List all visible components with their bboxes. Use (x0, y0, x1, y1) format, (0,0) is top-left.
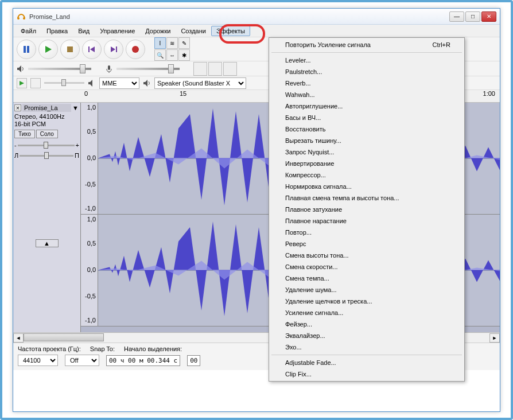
draw-tool[interactable]: ✎ (178, 37, 190, 49)
menu-effects[interactable]: Эффекты (211, 26, 250, 36)
menu-generate[interactable]: Создани (176, 26, 211, 36)
effects-menu-item[interactable]: Плавная смена темпа и высоты тона... (269, 192, 464, 204)
track-close-button[interactable]: × (14, 104, 21, 111)
output-meter[interactable] (28, 68, 91, 70)
selection-end-time[interactable]: 00 (187, 355, 200, 366)
svg-point-0 (17, 17, 20, 20)
effects-menu-item[interactable]: Плавное затухание (269, 204, 464, 215)
effects-menu-item[interactable]: Вырезать тишину... (269, 135, 464, 146)
copy-button[interactable] (208, 62, 222, 76)
menu-file[interactable]: Файл (15, 26, 41, 36)
window-controls: — □ ✕ (449, 11, 496, 22)
menubar: Файл Правка Вид Управление Дорожки Созда… (13, 25, 500, 37)
svg-marker-7 (90, 46, 95, 52)
svg-marker-14 (20, 81, 24, 85)
svg-rect-5 (67, 46, 73, 52)
effects-menu-item[interactable]: Смена темпа... (269, 273, 464, 284)
effects-repeat-item[interactable]: Повторить Усиление сигнала Ctrl+R (269, 39, 464, 50)
track-collapse-button[interactable]: ▲ (36, 239, 59, 247)
effects-menu-item[interactable]: Leveler... (269, 55, 464, 66)
skip-start-button[interactable] (82, 40, 102, 59)
play-button[interactable] (38, 40, 58, 59)
svg-marker-4 (45, 46, 52, 53)
envelope-tool[interactable]: ≋ (166, 37, 178, 49)
effects-menu-item[interactable]: Удаление шума... (269, 284, 464, 295)
effects-menu-item[interactable]: Эквалайзер... (269, 330, 464, 341)
menu-transport[interactable]: Управление (95, 26, 140, 36)
effects-menu-item[interactable]: Эхо... (269, 341, 464, 353)
scroll-left-button[interactable]: ◄ (13, 333, 24, 343)
effects-menu-item[interactable]: Удаление щелчков и треска... (269, 295, 464, 307)
effects-menu-item[interactable]: Фейзер... (269, 318, 464, 330)
play-small-button[interactable] (17, 78, 27, 88)
project-rate-select[interactable]: 44100 (18, 355, 58, 366)
stop-button[interactable] (60, 40, 80, 59)
project-rate-label: Частота проекта (Гц): (18, 345, 81, 352)
svg-rect-6 (88, 46, 90, 52)
effects-menu-item[interactable]: Компрессор... (269, 169, 464, 181)
output-device-select[interactable]: Speaker (Sound Blaster X (154, 77, 246, 89)
playback-speed-slider[interactable] (44, 82, 84, 84)
scroll-right-button[interactable]: ► (489, 333, 500, 343)
effects-menu-item[interactable]: Adjustable Fade... (269, 357, 464, 368)
wave-scale-right: 1,0 0,5 0,0 -0,5 -1,0 (81, 215, 98, 326)
menu-view[interactable]: Вид (73, 26, 95, 36)
output-device-icon (143, 79, 151, 87)
menu-tracks[interactable]: Дорожки (140, 26, 176, 36)
maximize-button[interactable]: □ (465, 11, 480, 22)
input-meter[interactable] (116, 68, 180, 70)
ruler-mark-0: 0 (84, 90, 88, 97)
effects-menu-item[interactable]: Усиление сигнала... (269, 307, 464, 318)
track-menu-arrow-icon[interactable]: ▼ (72, 104, 79, 111)
record-button[interactable] (126, 40, 145, 59)
track-format-info: Стерео, 44100Hz 16-bit PCM (14, 113, 79, 128)
svg-point-10 (132, 46, 139, 53)
menu-edit[interactable]: Правка (41, 26, 73, 36)
ruler-mark-15: 15 (180, 90, 186, 97)
output-speaker-icon (17, 65, 25, 73)
selection-start-time[interactable]: 00 ч 00 м 00.344 с (106, 355, 180, 366)
effects-menu-item[interactable]: Плавное нарастание (269, 215, 464, 227)
solo-button[interactable]: Соло (36, 130, 58, 138)
effects-menu-item[interactable]: Запрос Nyquist... (269, 146, 464, 158)
effects-menu-item[interactable]: Нормировка сигнала... (269, 181, 464, 192)
pause-button[interactable] (17, 40, 36, 59)
timeshift-tool[interactable]: ↔ (166, 49, 178, 61)
selection-tool[interactable]: I (154, 37, 166, 49)
skip-end-button[interactable] (104, 40, 123, 59)
snap-to-select[interactable]: Off (65, 355, 99, 366)
effects-menu-item[interactable]: Автоприглушение... (269, 100, 464, 112)
titlebar: Promise_Land — □ ✕ (13, 9, 500, 25)
selection-start-label: Начало выделения: (124, 345, 182, 352)
host-speaker-icon (88, 79, 96, 87)
loop-small-button[interactable] (30, 78, 41, 88)
minimize-button[interactable]: — (449, 11, 464, 22)
tool-palette: I ≋ ✎ 🔍 ↔ ✱ (154, 37, 190, 61)
scroll-thumb[interactable] (24, 333, 104, 341)
effects-menu-item[interactable]: Смена высоты тона... (269, 250, 464, 261)
pan-slider[interactable] (20, 155, 73, 157)
effects-menu-item[interactable]: Paulstretch... (269, 66, 464, 77)
effects-menu-item[interactable]: Повтор... (269, 227, 464, 238)
input-mic-icon (105, 65, 113, 73)
effects-menu-item[interactable]: Reverb... (269, 77, 464, 89)
cut-button[interactable] (193, 62, 207, 76)
multi-tool[interactable]: ✱ (178, 49, 190, 61)
svg-marker-16 (143, 80, 147, 87)
effects-menu-item[interactable]: Реверс (269, 238, 464, 250)
effects-menu-item[interactable]: Смена скорости... (269, 261, 464, 273)
effects-menu-item[interactable]: Басы и ВЧ... (269, 112, 464, 123)
mute-button[interactable]: Тихо (14, 130, 35, 138)
gain-slider[interactable] (18, 145, 75, 146)
zoom-tool[interactable]: 🔍 (154, 49, 166, 61)
paste-button[interactable] (223, 62, 237, 76)
track-name[interactable]: Promise_La (22, 104, 71, 112)
effects-menu-item[interactable]: Восстановить (269, 123, 464, 135)
effects-menu-item[interactable]: Clip Fix... (269, 368, 464, 380)
svg-marker-8 (111, 46, 115, 52)
effects-menu-item[interactable]: Инвертирование (269, 158, 464, 169)
effects-menu-item[interactable]: Wahwah... (269, 89, 464, 100)
audio-host-select[interactable]: MME (99, 77, 139, 89)
close-button[interactable]: ✕ (481, 11, 496, 22)
track-panel: × Promise_La ▼ Стерео, 44100Hz 16-bit PC… (13, 103, 81, 332)
